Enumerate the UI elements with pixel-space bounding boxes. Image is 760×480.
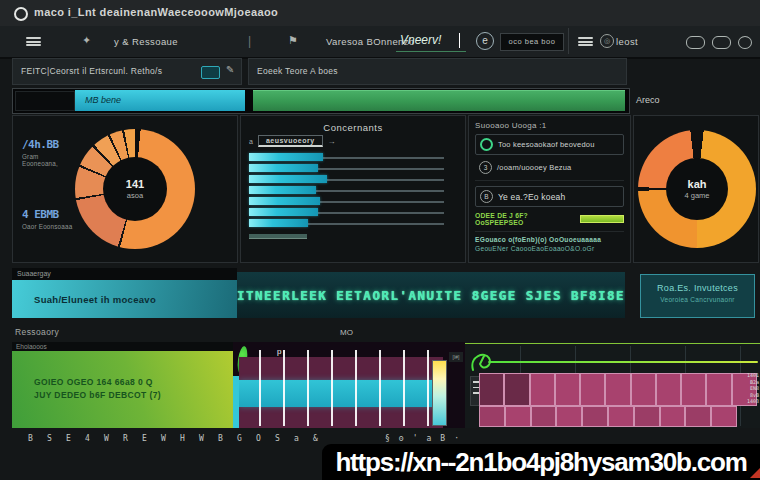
taskbar-icon[interactable]: O bbox=[256, 434, 261, 443]
taskbar-icon[interactable]: W bbox=[199, 434, 204, 443]
taskbar-icon[interactable]: a bbox=[426, 434, 431, 443]
search-input[interactable]: Vneerv! bbox=[396, 30, 466, 52]
taskbar-icon[interactable]: B bbox=[218, 434, 223, 443]
info-box-subtitle: Veoroiea Cancrvunaonr bbox=[641, 296, 754, 303]
banner-info-box[interactable]: Roa.Es. Invutetces Veoroiea Cancrvunaonr bbox=[640, 274, 755, 318]
list-item[interactable]: Too keesoaokaof beovedou bbox=[475, 134, 624, 155]
filter-prefix: a bbox=[249, 138, 253, 145]
bar-row[interactable] bbox=[249, 196, 459, 207]
filter-dropdown[interactable]: aeusvuoeory bbox=[258, 135, 323, 147]
progress-cyan-label: MB bene bbox=[75, 90, 245, 111]
spectrogram-band-bottom bbox=[239, 407, 443, 428]
grid-cell bbox=[685, 406, 711, 427]
spectro-gridline bbox=[259, 350, 261, 426]
bar-row[interactable] bbox=[249, 152, 459, 163]
bar-row[interactable] bbox=[249, 163, 459, 174]
target-icon[interactable]: ◎ bbox=[600, 34, 614, 48]
taskbar-icon[interactable]: R bbox=[123, 434, 128, 443]
bar-chart-filter-row: a aeusvuoeory → bbox=[249, 135, 336, 147]
grid-cell bbox=[660, 406, 686, 427]
panel-header-left: FEITC|Ceorsrt il Ertsrcunl. Retho/s ✎ bbox=[12, 58, 242, 85]
account-icon[interactable] bbox=[738, 36, 752, 49]
toolbar-button[interactable]: oco bea boo bbox=[500, 33, 564, 51]
taskbar-icon[interactable]: W bbox=[104, 434, 109, 443]
grid-cell bbox=[531, 406, 557, 427]
teal-checkbox[interactable] bbox=[201, 66, 220, 79]
cloud-icon[interactable] bbox=[686, 36, 705, 49]
toolbar: ✦ y & Ressoaue | ⚑ Varesoa BOnnenzo Vnee… bbox=[0, 26, 760, 59]
edit-pencil-icon[interactable]: ✎ bbox=[226, 64, 234, 75]
grid-cell bbox=[555, 373, 580, 406]
progress-segment-cyan[interactable]: MB bene bbox=[75, 90, 245, 111]
trace-panel: 1401B2aEN88vB1403 bbox=[465, 342, 760, 428]
taskbar-icon[interactable]: S bbox=[275, 434, 280, 443]
taskbar-icon[interactable]: ' bbox=[413, 434, 418, 443]
taskbar-icon[interactable]: 4 bbox=[85, 434, 90, 443]
taskbar-icon[interactable]: ʘ bbox=[399, 434, 404, 443]
muted-bar bbox=[249, 234, 307, 239]
taskbar-icon[interactable]: B bbox=[440, 434, 445, 443]
glitch-ticker: ITNEERLEEK EETAORL'ANUITE 8GEGE SJES BF8… bbox=[237, 272, 625, 318]
bar-row[interactable] bbox=[249, 218, 459, 229]
waveform-line bbox=[465, 348, 760, 376]
list-item[interactable]: 3 /ooam/uoooey Bezua bbox=[475, 155, 624, 181]
spectrogram-glyph: p bbox=[277, 347, 281, 356]
stat-group-2: 4 EBMB Oaor Eoonsoaaa bbox=[22, 208, 74, 230]
donut-left-center-value: 141 bbox=[126, 178, 144, 190]
green-panel-line-1: GOIEO OGEO 164 66a8 0 Q bbox=[34, 377, 233, 387]
progress-bar: MB bene bbox=[12, 88, 630, 114]
teal-banner[interactable]: Suah/Eluneet ih moceavo bbox=[12, 280, 237, 318]
toolbar-menu-item[interactable]: leost bbox=[616, 36, 638, 47]
dashboard-screen: maco i_Lnt deainenanWaeceooowMjoeaaoo ✦ … bbox=[0, 0, 760, 480]
flag-icon[interactable]: ⚑ bbox=[288, 34, 298, 47]
green-circle-icon bbox=[480, 138, 493, 151]
taskbar-icon[interactable]: § bbox=[385, 434, 390, 443]
donut-chart-left[interactable]: 141 asoa bbox=[75, 129, 195, 249]
progress-segment-green[interactable] bbox=[253, 90, 625, 111]
number-circle-icon: 3 bbox=[479, 161, 492, 174]
list-item-text: /ooam/uoooey Bezua bbox=[497, 163, 571, 172]
stat-1-value: /4h.BB bbox=[22, 138, 74, 151]
taskbar-icon[interactable]: · bbox=[454, 434, 459, 443]
toolbar-label-1[interactable]: y & Ressoaue bbox=[114, 36, 178, 47]
taskbar-icon[interactable]: H bbox=[180, 434, 185, 443]
grid-cell bbox=[605, 373, 630, 406]
footer-line-2: GeouENer CaoooEaoEoaaoO&O.oGr bbox=[475, 245, 624, 252]
menu-icon[interactable] bbox=[26, 37, 41, 46]
taskbar-icon[interactable]: & bbox=[313, 434, 318, 443]
taskbar-icon[interactable]: G bbox=[237, 434, 242, 443]
list-menu-icon[interactable] bbox=[578, 37, 593, 46]
cell-row-2 bbox=[479, 406, 737, 427]
star-icon[interactable]: ✦ bbox=[82, 34, 91, 47]
donut-left-center: 141 asoa bbox=[103, 157, 167, 221]
corner-marker bbox=[750, 468, 760, 478]
taskbar-icon[interactable]: E bbox=[142, 434, 147, 443]
search-go-button[interactable]: e bbox=[476, 32, 494, 50]
taskbar-icon[interactable]: a bbox=[294, 434, 299, 443]
taskbar-icon[interactable]: E bbox=[66, 434, 71, 443]
search-value: Vneerv! bbox=[396, 30, 466, 51]
list-item-text: Too keesoaokaof beovedou bbox=[498, 140, 595, 149]
donut-chart-right[interactable]: kah 4 game bbox=[638, 130, 756, 248]
list-item[interactable]: B Ye ea.?Eo koeah bbox=[475, 186, 624, 207]
taskbar-icon[interactable]: S bbox=[47, 434, 52, 443]
list-item-text: Ye ea.?Eo koeah bbox=[498, 192, 565, 202]
spectro-gridline bbox=[379, 350, 381, 426]
bar-row[interactable] bbox=[249, 207, 459, 218]
stat-1-caption: Gram Eooneoana, bbox=[22, 153, 74, 167]
list-footer: EGouaco o(foEnb)(o) OoOuoeuaaaaa GeouENe… bbox=[475, 231, 624, 252]
progress-segment-empty bbox=[15, 91, 75, 111]
trace-right-labels: 1401B2aEN88vB1403 bbox=[741, 372, 759, 405]
taskbar-icon[interactable]: B bbox=[28, 434, 33, 443]
taskbar-icon[interactable]: W bbox=[161, 434, 166, 443]
grid-cell bbox=[504, 373, 529, 406]
spectro-gridline bbox=[307, 350, 309, 426]
bar-row[interactable] bbox=[249, 174, 459, 185]
url-text[interactable]: https://xn--2n1bo4pj8hysam30b.com bbox=[335, 447, 746, 478]
bar-row[interactable] bbox=[249, 185, 459, 196]
toolbar-separator: | bbox=[248, 34, 251, 48]
bar-chart-panel: Concernants a aeusvuoeory → bbox=[240, 115, 466, 263]
stat-2-caption: Oaor Eoonsoaaa bbox=[22, 223, 74, 230]
teal-banner-label: Suah/Eluneet ih moceavo bbox=[12, 280, 237, 305]
sync-icon[interactable] bbox=[712, 36, 731, 49]
